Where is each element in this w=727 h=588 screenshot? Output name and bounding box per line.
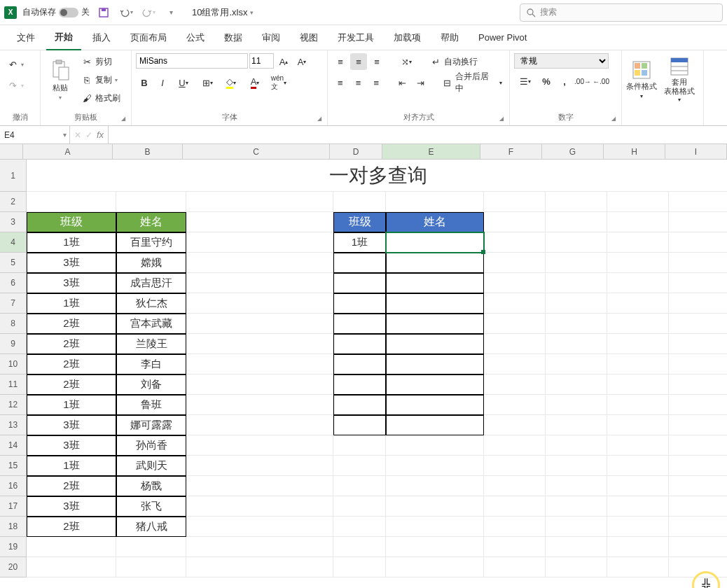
cell-E10[interactable]: [386, 354, 484, 374]
cell-B7[interactable]: 狄仁杰: [116, 293, 186, 314]
redo-split-button[interactable]: ↷▾: [4, 77, 27, 94]
tab-view[interactable]: 视图: [291, 26, 326, 50]
tab-review[interactable]: 审阅: [254, 26, 289, 50]
increase-indent-button[interactable]: ⇥: [413, 74, 429, 91]
cell-E8[interactable]: [386, 314, 484, 334]
col-header-I[interactable]: I: [665, 144, 727, 159]
row-header-1[interactable]: 1: [0, 160, 27, 192]
cell-B12[interactable]: 鲁班: [116, 395, 186, 415]
col-header-C[interactable]: C: [183, 144, 330, 159]
fill-handle[interactable]: [481, 250, 485, 254]
comma-button[interactable]: ,: [556, 73, 573, 90]
col-header-B[interactable]: B: [113, 144, 183, 159]
col-header-E[interactable]: E: [382, 144, 480, 159]
paste-button[interactable]: 粘贴 ▾: [45, 53, 76, 106]
filename-label[interactable]: 10组常用.xlsx ▾: [192, 6, 254, 19]
border-button[interactable]: ⊞▾: [196, 74, 219, 91]
cell-B13[interactable]: 娜可露露: [116, 415, 186, 435]
tab-developer[interactable]: 开发工具: [329, 26, 382, 50]
row-header-16[interactable]: 16: [0, 476, 27, 496]
font-color-button[interactable]: A▾: [244, 74, 266, 91]
align-top-button[interactable]: ≡: [332, 53, 349, 70]
select-all-corner[interactable]: [0, 144, 23, 159]
cell-B11[interactable]: 刘备: [116, 374, 186, 395]
cell-B3[interactable]: 姓名: [116, 212, 186, 232]
autosave-toggle[interactable]: 自动保存 关: [22, 6, 90, 18]
tab-help[interactable]: 帮助: [432, 26, 467, 50]
cell-A6[interactable]: 3班: [27, 273, 116, 293]
cell-B9[interactable]: 兰陵王: [116, 334, 186, 354]
tab-home[interactable]: 开始: [46, 25, 81, 50]
decrease-decimal-button[interactable]: ←.00: [593, 73, 609, 90]
row-header-14[interactable]: 14: [0, 435, 27, 456]
font-size-select[interactable]: [249, 53, 274, 69]
font-launcher[interactable]: ◢: [317, 115, 326, 124]
formula-input[interactable]: [109, 126, 727, 144]
row-header-20[interactable]: 20: [0, 557, 27, 578]
cell-A18[interactable]: 2班: [27, 517, 116, 537]
decrease-font-button[interactable]: A▾: [293, 53, 310, 70]
cell-B18[interactable]: 猪八戒: [116, 517, 186, 537]
row-header-4[interactable]: 4: [0, 232, 27, 253]
tab-powerpivot[interactable]: Power Pivot: [470, 27, 535, 48]
tab-data[interactable]: 数据: [216, 26, 251, 50]
col-header-G[interactable]: G: [542, 144, 604, 159]
row-header-13[interactable]: 13: [0, 415, 27, 435]
cell-A12[interactable]: 1班: [27, 395, 116, 415]
number-launcher[interactable]: ◢: [611, 115, 620, 124]
cell-B14[interactable]: 孙尚香: [116, 435, 186, 456]
cell-B6[interactable]: 成吉思汗: [116, 273, 186, 293]
cell-D11[interactable]: [333, 374, 386, 395]
cell-D13[interactable]: [333, 415, 386, 435]
cell-E13[interactable]: [386, 415, 484, 435]
row-header-18[interactable]: 18: [0, 517, 27, 537]
tab-formulas[interactable]: 公式: [178, 26, 213, 50]
cell-B4[interactable]: 百里守约: [116, 232, 186, 253]
italic-button[interactable]: I: [154, 74, 171, 91]
underline-button[interactable]: U ▾: [172, 74, 195, 91]
cell-E11[interactable]: [386, 374, 484, 395]
cell-E7[interactable]: [386, 293, 484, 314]
cell-E12[interactable]: [386, 395, 484, 415]
qat-customize-button[interactable]: ▾: [162, 4, 179, 21]
percent-button[interactable]: %: [538, 73, 555, 90]
undo-split-button[interactable]: ↶▾: [4, 56, 27, 73]
align-right-button[interactable]: ≡: [368, 74, 385, 91]
col-header-F[interactable]: F: [480, 144, 542, 159]
cell-D6[interactable]: [333, 273, 386, 293]
row-header-7[interactable]: 7: [0, 293, 27, 314]
worksheet-grid[interactable]: ABCDEFGHI 123456789101112131415161718192…: [0, 144, 727, 588]
cells-area[interactable]: 一对多查询班级姓名1班百里守约3班嫦娥3班成吉思汗1班狄仁杰2班宫本武藏2班兰陵…: [27, 160, 727, 578]
col-header-D[interactable]: D: [330, 144, 382, 159]
tab-insert[interactable]: 插入: [84, 26, 119, 50]
clipboard-launcher[interactable]: ◢: [121, 115, 130, 124]
cell-D8[interactable]: [333, 314, 386, 334]
align-bottom-button[interactable]: ≡: [368, 53, 385, 70]
accounting-format-button[interactable]: ☰▾: [514, 73, 536, 90]
cell-D4[interactable]: 1班: [333, 232, 386, 253]
cell-A9[interactable]: 2班: [27, 334, 116, 354]
cancel-icon[interactable]: ✕: [74, 130, 81, 140]
cell-B5[interactable]: 嫦娥: [116, 253, 186, 273]
merge-center-button[interactable]: ⊟合并后居中▾: [438, 74, 505, 91]
cell-A15[interactable]: 1班: [27, 456, 116, 476]
cell-D7[interactable]: [333, 293, 386, 314]
font-name-select[interactable]: [136, 53, 248, 69]
align-left-button[interactable]: ≡: [332, 74, 349, 91]
cell-A17[interactable]: 3班: [27, 496, 116, 517]
row-header-3[interactable]: 3: [0, 212, 27, 232]
cell-A16[interactable]: 2班: [27, 476, 116, 496]
save-button[interactable]: [95, 4, 112, 21]
toggle-switch-icon[interactable]: [59, 8, 78, 18]
cell-A5[interactable]: 3班: [27, 253, 116, 273]
cell-E4[interactable]: [386, 232, 484, 253]
row-header-11[interactable]: 11: [0, 374, 27, 395]
fill-color-button[interactable]: ◇▾: [220, 74, 242, 91]
orientation-button[interactable]: ⤭▾: [395, 53, 417, 70]
cell-A13[interactable]: 3班: [27, 415, 116, 435]
row-header-8[interactable]: 8: [0, 314, 27, 334]
cell-E5[interactable]: [386, 253, 484, 273]
cell-D5[interactable]: [333, 253, 386, 273]
cell-A10[interactable]: 2班: [27, 354, 116, 374]
cell-B17[interactable]: 张飞: [116, 496, 186, 517]
